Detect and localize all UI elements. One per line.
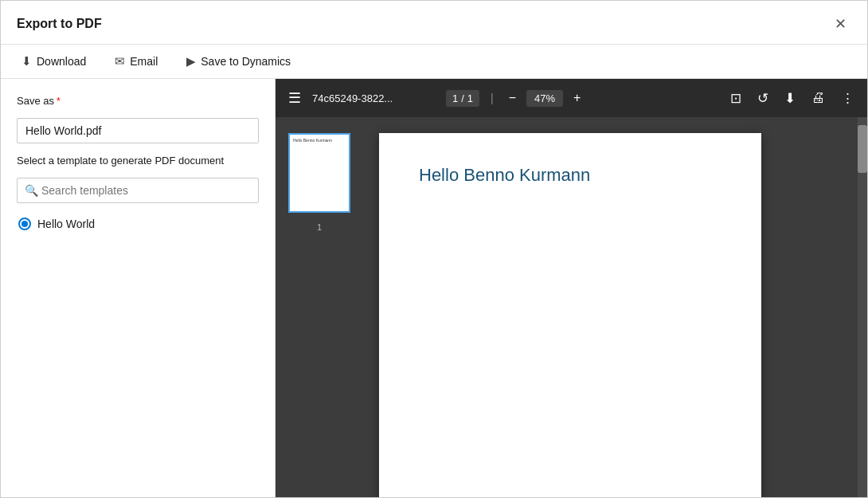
pdf-filename: 74c65249-3822... [312,92,440,104]
export-to-pdf-dialog: Export to PDF ✕ ⬇ Download ✉ Email ▶ Sav… [0,0,868,498]
zoom-out-button[interactable]: − [505,89,520,107]
pdf-scrollbar[interactable] [858,117,867,497]
pdf-thumbnail-panel: Hello Benno Kurmann 1 [276,117,363,497]
pdf-more-icon[interactable]: ⋮ [836,87,859,110]
pdf-page-nav: 1 / 1 [446,90,479,107]
template-list: Hello World [17,214,259,233]
pdf-thumb-text: Hello Benno Kurmann [293,138,332,143]
download-button[interactable]: ⬇ Download [17,51,91,72]
template-item-hello-world[interactable]: Hello World [17,214,259,233]
pdf-scrollbar-thumb[interactable] [858,125,867,173]
search-input[interactable] [17,178,259,203]
template-name: Hello World [37,218,95,230]
fit-page-icon[interactable]: ⊡ [725,87,746,110]
left-panel: Save as * Select a template to generate … [1,79,276,497]
pdf-current-page: 1 [452,92,458,104]
email-label: Email [130,55,158,68]
rotate-icon[interactable]: ↺ [753,87,773,110]
pdf-total-pages: 1 [467,92,473,104]
pdf-print-icon[interactable]: 🖨 [807,87,830,109]
search-container: 🔍 [17,178,259,203]
required-marker: * [57,96,61,107]
action-toolbar: ⬇ Download ✉ Email ▶ Save to Dynamics [1,45,867,79]
radio-selected-indicator [22,221,28,227]
pdf-toolbar: ☰ 74c65249-3822... 1 / 1 | − 47% + ⊡ ↺ ⬇… [276,79,867,117]
dialog-header: Export to PDF ✕ [1,1,867,45]
dialog-content: Save as * Select a template to generate … [1,79,867,497]
download-icon: ⬇ [22,54,32,69]
pdf-download-icon[interactable]: ⬇ [780,87,800,110]
email-icon: ✉ [115,54,125,69]
pdf-main-content: Hello Benno Kurmann [363,117,858,497]
save-as-label: Save as * [17,95,259,107]
save-to-dynamics-label: Save to Dynamics [201,55,291,68]
radio-button[interactable] [18,218,31,230]
pdf-page: Hello Benno Kurmann [379,133,761,497]
save-to-dynamics-button[interactable]: ▶ Save to Dynamics [182,51,295,72]
pdf-content-text: Hello Benno Kurmann [419,165,590,186]
pdf-thumb-inner: Hello Benno Kurmann [290,135,349,211]
pdf-viewer-panel: ☰ 74c65249-3822... 1 / 1 | − 47% + ⊡ ↺ ⬇… [276,79,867,497]
email-button[interactable]: ✉ Email [110,51,162,72]
pdf-page-separator: / [461,92,464,104]
pdf-thumb-page-num: 1 [317,222,322,232]
zoom-in-button[interactable]: + [569,89,585,107]
search-icon: 🔍 [25,184,38,197]
dialog-title: Export to PDF [17,17,102,31]
close-button[interactable]: ✕ [830,14,851,34]
pdf-viewer-area: Hello Benno Kurmann 1 Hello Benno Kurman… [276,117,867,497]
pdf-divider-1: | [491,92,494,104]
template-select-label: Select a template to generate PDF docume… [17,155,259,167]
pdf-thumbnail-1[interactable]: Hello Benno Kurmann [288,133,350,213]
download-label: Download [37,55,86,68]
pdf-zoom-level: 47% [526,90,563,107]
save-as-input[interactable] [17,118,259,143]
dynamics-icon: ▶ [186,54,196,69]
pdf-menu-icon[interactable]: ☰ [283,86,306,110]
